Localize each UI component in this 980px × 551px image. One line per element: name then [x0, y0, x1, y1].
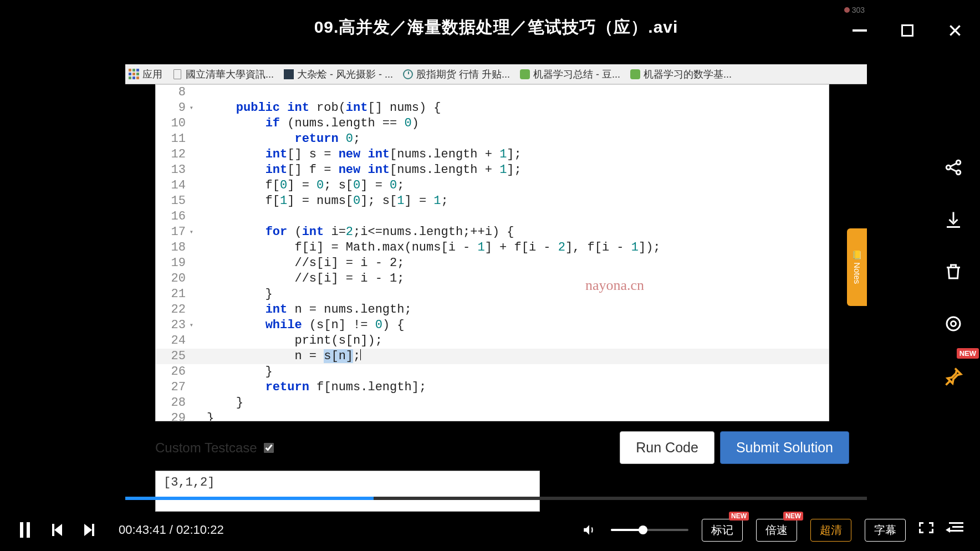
code-text[interactable]: return 0;: [205, 131, 829, 147]
code-text[interactable]: f[i] = Math.max(nums[i - 1] + f[i - 2], …: [205, 240, 829, 256]
bookmark-bar: 应用 國立清華大學資訊... 大杂烩 - 风光摄影 - ... 股指期货 行情 …: [125, 64, 867, 84]
maximize-button[interactable]: [898, 21, 917, 40]
code-line[interactable]: 21 }: [156, 287, 829, 302]
bookmark-item-0[interactable]: 國立清華大學資訊...: [172, 68, 274, 81]
delete-button[interactable]: [941, 259, 966, 284]
breakpoint-column[interactable]: [193, 333, 205, 349]
subtitle-button[interactable]: 字幕: [865, 519, 906, 542]
progress-bar[interactable]: [125, 497, 867, 500]
code-line[interactable]: 23 while (s[n] != 0) {: [156, 318, 829, 333]
code-line[interactable]: 24 print(s[n]);: [156, 333, 829, 349]
submit-solution-button[interactable]: Submit Solution: [720, 431, 849, 464]
breakpoint-column[interactable]: [193, 147, 205, 162]
code-text[interactable]: int[] f = new int[nums.length + 1];: [205, 162, 829, 178]
code-text[interactable]: [205, 209, 829, 225]
pause-button[interactable]: [17, 522, 33, 538]
pin-button[interactable]: NEW: [941, 364, 966, 388]
code-text[interactable]: print(s[n]);: [205, 333, 829, 349]
breakpoint-column[interactable]: [193, 131, 205, 147]
code-text[interactable]: }: [205, 411, 829, 421]
code-line[interactable]: 9 public int rob(int[] nums) {: [156, 100, 829, 116]
code-text[interactable]: //s[i] = i - 1;: [205, 271, 829, 287]
code-line[interactable]: 12 int[] s = new int[nums.length + 1];: [156, 147, 829, 162]
breakpoint-column[interactable]: [193, 395, 205, 411]
breakpoint-column[interactable]: [193, 364, 205, 380]
code-text[interactable]: f[1] = nums[0]; s[1] = 1;: [205, 193, 829, 209]
code-line[interactable]: 28 }: [156, 395, 829, 411]
code-text[interactable]: //s[i] = i - 2;: [205, 256, 829, 271]
code-line[interactable]: 19 //s[i] = i - 2;: [156, 256, 829, 271]
playlist-button[interactable]: [948, 522, 963, 538]
code-line[interactable]: 18 f[i] = Math.max(nums[i - 1] + f[i - 2…: [156, 240, 829, 256]
run-code-button[interactable]: Run Code: [620, 431, 714, 464]
minimize-button[interactable]: [850, 21, 869, 40]
testcase-checkbox[interactable]: [264, 443, 274, 453]
breakpoint-column[interactable]: [193, 349, 205, 364]
breakpoint-column[interactable]: [193, 116, 205, 131]
download-button[interactable]: [941, 207, 966, 232]
code-line[interactable]: 16: [156, 209, 829, 225]
bookmark-item-4[interactable]: 机器学习的数学基...: [630, 68, 732, 81]
code-text[interactable]: int[] s = new int[nums.length + 1];: [205, 147, 829, 162]
breakpoint-column[interactable]: [193, 85, 205, 100]
breakpoint-column[interactable]: [193, 100, 205, 116]
code-text[interactable]: }: [205, 287, 829, 302]
bookmark-item-1[interactable]: 大杂烩 - 风光摄影 - ...: [284, 68, 393, 81]
close-button[interactable]: [946, 21, 964, 40]
code-text[interactable]: }: [205, 364, 829, 380]
code-text[interactable]: }: [205, 395, 829, 411]
volume-button[interactable]: [581, 522, 598, 538]
breakpoint-column[interactable]: [193, 302, 205, 318]
code-text[interactable]: public int rob(int[] nums) {: [205, 100, 829, 116]
breakpoint-column[interactable]: [193, 209, 205, 225]
code-line[interactable]: 8: [156, 85, 829, 100]
code-text[interactable]: while (s[n] != 0) {: [205, 318, 829, 333]
code-line[interactable]: 17 for (int i=2;i<=nums.length;++i) {: [156, 225, 829, 240]
breakpoint-column[interactable]: [193, 287, 205, 302]
settings-button[interactable]: [941, 312, 966, 336]
code-line[interactable]: 13 int[] f = new int[nums.length + 1];: [156, 162, 829, 178]
share-button[interactable]: [941, 155, 966, 180]
code-line[interactable]: 15 f[1] = nums[0]; s[1] = 1;: [156, 193, 829, 209]
breakpoint-column[interactable]: [193, 411, 205, 421]
pin-icon: [943, 366, 963, 386]
breakpoint-column[interactable]: [193, 318, 205, 333]
next-button[interactable]: [81, 522, 98, 538]
notes-tab[interactable]: 📒 Notes: [847, 228, 867, 306]
breakpoint-column[interactable]: [193, 380, 205, 395]
code-text[interactable]: [205, 85, 829, 100]
breakpoint-column[interactable]: [193, 193, 205, 209]
bookmark-item-2[interactable]: 股指期货 行情 升贴...: [403, 68, 510, 81]
apps-button[interactable]: 应用: [129, 68, 162, 81]
code-line[interactable]: 11 return 0;: [156, 131, 829, 147]
testcase-input[interactable]: [3,1,2]: [155, 471, 540, 512]
code-line[interactable]: 25 n = s[n];: [156, 349, 829, 364]
marker-button[interactable]: NEW 标记: [702, 519, 743, 542]
quality-button[interactable]: 超清: [810, 519, 851, 542]
code-text[interactable]: for (int i=2;i<=nums.length;++i) {: [205, 225, 829, 240]
breakpoint-column[interactable]: [193, 162, 205, 178]
previous-button[interactable]: [49, 522, 65, 538]
code-line[interactable]: 27 return f[nums.length];: [156, 380, 829, 395]
breakpoint-column[interactable]: [193, 271, 205, 287]
breakpoint-column[interactable]: [193, 240, 205, 256]
code-line[interactable]: 14 f[0] = 0; s[0] = 0;: [156, 178, 829, 193]
code-editor[interactable]: 89 public int rob(int[] nums) {10 if (nu…: [155, 84, 829, 421]
code-line[interactable]: 29}: [156, 411, 829, 421]
fullscreen-button[interactable]: [919, 522, 935, 538]
code-text[interactable]: return f[nums.length];: [205, 380, 829, 395]
speed-button[interactable]: NEW 倍速: [756, 519, 797, 542]
volume-slider[interactable]: [611, 529, 688, 531]
code-text[interactable]: f[0] = 0; s[0] = 0;: [205, 178, 829, 193]
code-line[interactable]: 10 if (nums.length == 0): [156, 116, 829, 131]
bookmark-item-3[interactable]: 机器学习总结 - 豆...: [520, 68, 620, 81]
code-text[interactable]: int n = nums.length;: [205, 302, 829, 318]
breakpoint-column[interactable]: [193, 178, 205, 193]
code-text[interactable]: n = s[n];: [205, 349, 829, 364]
code-text[interactable]: if (nums.length == 0): [205, 116, 829, 131]
breakpoint-column[interactable]: [193, 225, 205, 240]
code-line[interactable]: 22 int n = nums.length;: [156, 302, 829, 318]
code-line[interactable]: 20 //s[i] = i - 1;: [156, 271, 829, 287]
code-line[interactable]: 26 }: [156, 364, 829, 380]
breakpoint-column[interactable]: [193, 256, 205, 271]
